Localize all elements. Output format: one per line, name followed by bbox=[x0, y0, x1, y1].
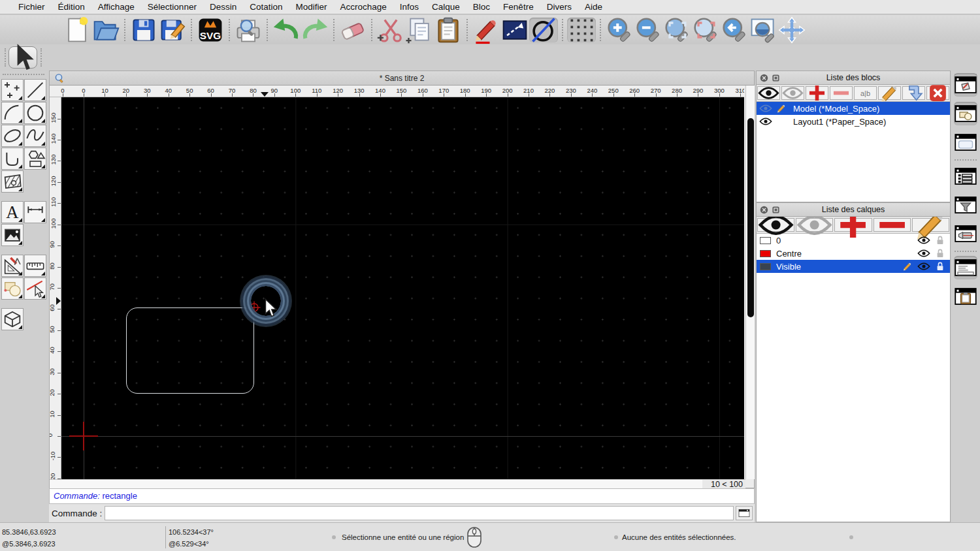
tool-modify-button[interactable] bbox=[1, 255, 24, 277]
rename-button[interactable]: a|b bbox=[854, 86, 877, 100]
eraser-button[interactable] bbox=[338, 18, 367, 42]
save-as-button[interactable] bbox=[158, 18, 187, 42]
command-input-row: Commande : bbox=[49, 504, 755, 522]
tool-line-button[interactable] bbox=[24, 79, 46, 101]
win-filter-toggle-button[interactable] bbox=[954, 193, 977, 217]
tool-text-button[interactable]: A bbox=[1, 201, 24, 223]
menu-selectionner[interactable]: Sélectionner bbox=[141, 2, 203, 12]
ruler-tick bbox=[57, 351, 61, 352]
svg-export-button[interactable]: SVG bbox=[196, 18, 225, 42]
ruler-label: 90 bbox=[50, 241, 56, 248]
zoom-window-button[interactable] bbox=[749, 18, 777, 42]
tool-arc-button[interactable] bbox=[1, 102, 24, 124]
float-panel-icon[interactable] bbox=[772, 74, 780, 82]
win-layer-list-toggle-button[interactable] bbox=[954, 165, 977, 188]
menu-dessin[interactable]: Dessin bbox=[203, 2, 243, 12]
tool-polyline-button[interactable] bbox=[1, 148, 24, 170]
layer-list-item[interactable]: Visible bbox=[757, 260, 950, 273]
grid-toggle-button[interactable] bbox=[567, 18, 596, 42]
vertical-scrollbar-thumb[interactable] bbox=[747, 118, 754, 317]
print-preview-button[interactable] bbox=[234, 18, 263, 42]
tool-circle-button[interactable] bbox=[24, 102, 46, 124]
paste-button[interactable] bbox=[434, 18, 463, 42]
close-icon[interactable] bbox=[760, 74, 768, 82]
block-list-item[interactable]: Layout1 (*Paper_Space) bbox=[757, 115, 950, 128]
win-command-toggle-button[interactable] bbox=[954, 256, 977, 279]
tool-box3d-button[interactable] bbox=[1, 308, 24, 330]
zoom-pan-button[interactable] bbox=[777, 18, 806, 42]
command-prompt-label: Commande : bbox=[52, 509, 102, 518]
tool-spline-button[interactable] bbox=[24, 125, 46, 147]
tool-ellipse-button[interactable] bbox=[1, 125, 24, 147]
win-clipboard-toggle-button[interactable] bbox=[954, 285, 977, 308]
layer-list-item[interactable]: 0 bbox=[757, 234, 950, 247]
menu-bloc[interactable]: Bloc bbox=[466, 2, 497, 12]
menu-accrochage[interactable]: Accrochage bbox=[333, 2, 393, 12]
pencil-button[interactable] bbox=[878, 86, 901, 100]
open-folder-button[interactable] bbox=[91, 18, 120, 42]
menu-fenetre[interactable]: Fenêtre bbox=[497, 2, 540, 12]
menu-aide[interactable]: Aide bbox=[578, 2, 609, 12]
close-icon[interactable] bbox=[760, 206, 768, 214]
toolbar-group bbox=[63, 18, 120, 42]
selection-tool-button[interactable] bbox=[8, 46, 37, 69]
tool-select-entity-button[interactable] bbox=[24, 277, 46, 300]
menu-fichier[interactable]: Fichier bbox=[12, 2, 52, 12]
eye-black-button[interactable] bbox=[757, 218, 794, 232]
command-detach-button[interactable] bbox=[736, 506, 753, 520]
minus-light-button[interactable] bbox=[830, 86, 853, 100]
block-list-item[interactable]: Model (*Model_Space) bbox=[757, 102, 950, 115]
restrict-ortho-button[interactable] bbox=[500, 18, 529, 42]
menu-infos[interactable]: Infos bbox=[393, 2, 425, 12]
menu-divers[interactable]: Divers bbox=[540, 2, 578, 12]
undo-button[interactable] bbox=[272, 18, 301, 42]
vertical-scrollbar[interactable] bbox=[745, 86, 755, 479]
draft-mode-button[interactable] bbox=[529, 18, 558, 42]
menu-cotation[interactable]: Cotation bbox=[243, 2, 289, 12]
zoom-previous-button[interactable] bbox=[691, 18, 720, 42]
tool-polygon-button[interactable] bbox=[24, 148, 46, 170]
insert-arrow-button[interactable] bbox=[902, 86, 925, 100]
eye-gray-button[interactable] bbox=[781, 86, 804, 100]
win-library-toggle-button[interactable] bbox=[954, 102, 977, 125]
horizontal-scrollbar[interactable]: 10 < 100 bbox=[50, 479, 745, 489]
plus-button[interactable] bbox=[834, 218, 872, 232]
tool-image-button[interactable] bbox=[1, 224, 24, 246]
layer-list-item[interactable]: Centre bbox=[757, 247, 950, 260]
minus-red-button[interactable] bbox=[874, 218, 911, 232]
minus-light-icon bbox=[830, 82, 852, 104]
zoom-out-button[interactable] bbox=[634, 18, 662, 42]
win-blank-toggle-button[interactable] bbox=[954, 131, 977, 154]
attributes-pencil-button[interactable] bbox=[472, 18, 500, 42]
zoom-back-button[interactable] bbox=[720, 18, 749, 42]
tool-hatch-button[interactable] bbox=[1, 170, 24, 193]
delete-x-button[interactable] bbox=[926, 86, 949, 100]
eye-gray-button[interactable] bbox=[796, 218, 833, 232]
tool-points-button[interactable] bbox=[1, 79, 24, 101]
menu-modifier[interactable]: Modifier bbox=[289, 2, 333, 12]
save-button[interactable] bbox=[129, 18, 158, 42]
pencil-button[interactable] bbox=[912, 218, 949, 232]
eye-black-button[interactable] bbox=[757, 86, 780, 100]
document-titlebar[interactable]: * Sans titre 2 bbox=[50, 71, 754, 86]
menu-edition[interactable]: Édition bbox=[52, 2, 91, 12]
tool-construct-button[interactable] bbox=[1, 277, 24, 300]
menu-calque[interactable]: Calque bbox=[425, 2, 466, 12]
copy-button[interactable] bbox=[405, 18, 434, 42]
tool-dimension-button[interactable] bbox=[24, 201, 46, 223]
menu-affichage[interactable]: Affichage bbox=[91, 2, 141, 12]
cut-button[interactable] bbox=[376, 18, 405, 42]
new-document-icon bbox=[63, 16, 91, 44]
command-input[interactable] bbox=[105, 506, 734, 520]
drawing-canvas[interactable] bbox=[61, 97, 744, 479]
plus-button[interactable] bbox=[806, 86, 828, 100]
redo-button[interactable] bbox=[301, 18, 329, 42]
float-panel-icon[interactable] bbox=[772, 206, 780, 214]
new-document-button[interactable] bbox=[63, 18, 91, 42]
tool-measure-button[interactable] bbox=[24, 255, 46, 277]
zoom-in-button[interactable] bbox=[605, 18, 634, 42]
drawn-rounded-rectangle[interactable] bbox=[126, 307, 254, 394]
win-pen-toggle-button[interactable] bbox=[954, 222, 977, 245]
zoom-auto-button[interactable] bbox=[662, 18, 691, 42]
win-block-list-toggle-button[interactable] bbox=[954, 73, 977, 97]
